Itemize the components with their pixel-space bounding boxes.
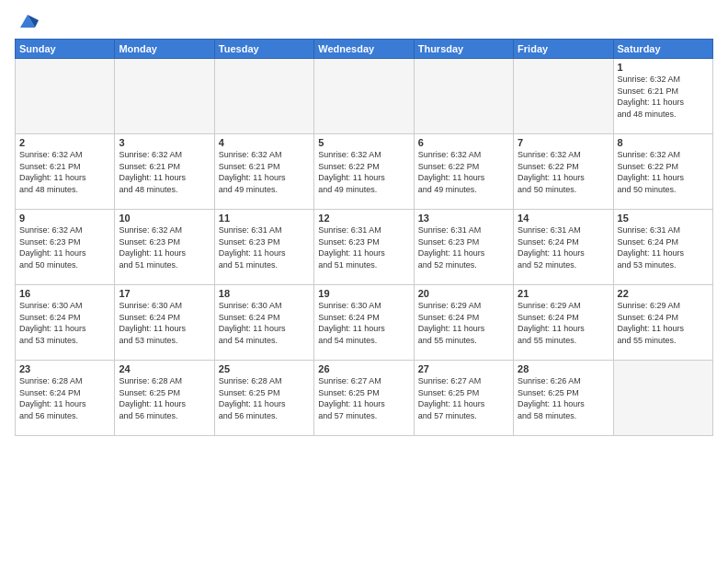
day-number: 6 bbox=[418, 137, 509, 148]
col-header-wednesday: Wednesday bbox=[314, 40, 414, 59]
day-number: 10 bbox=[119, 213, 210, 224]
day-number: 4 bbox=[219, 137, 310, 148]
day-cell: 14Sunrise: 6:31 AM Sunset: 6:24 PM Dayli… bbox=[514, 210, 613, 285]
day-cell: 16Sunrise: 6:30 AM Sunset: 6:24 PM Dayli… bbox=[16, 285, 115, 361]
day-cell: 9Sunrise: 6:32 AM Sunset: 6:23 PM Daylig… bbox=[16, 210, 115, 285]
col-header-thursday: Thursday bbox=[414, 40, 513, 59]
day-number: 24 bbox=[119, 363, 210, 374]
day-info: Sunrise: 6:27 AM Sunset: 6:25 PM Dayligh… bbox=[318, 375, 409, 421]
day-info: Sunrise: 6:29 AM Sunset: 6:24 PM Dayligh… bbox=[518, 300, 609, 346]
day-cell: 18Sunrise: 6:30 AM Sunset: 6:24 PM Dayli… bbox=[214, 285, 313, 361]
day-cell bbox=[414, 59, 513, 134]
day-number: 16 bbox=[19, 288, 110, 299]
day-cell: 10Sunrise: 6:32 AM Sunset: 6:23 PM Dayli… bbox=[115, 210, 214, 285]
day-cell bbox=[514, 59, 613, 134]
day-number: 25 bbox=[219, 363, 310, 374]
day-info: Sunrise: 6:32 AM Sunset: 6:23 PM Dayligh… bbox=[19, 224, 110, 270]
day-cell: 11Sunrise: 6:31 AM Sunset: 6:23 PM Dayli… bbox=[214, 210, 313, 285]
day-cell bbox=[16, 59, 115, 134]
day-cell: 28Sunrise: 6:26 AM Sunset: 6:25 PM Dayli… bbox=[514, 361, 613, 436]
day-info: Sunrise: 6:30 AM Sunset: 6:24 PM Dayligh… bbox=[219, 300, 310, 346]
day-number: 22 bbox=[618, 288, 709, 299]
day-info: Sunrise: 6:26 AM Sunset: 6:25 PM Dayligh… bbox=[518, 375, 609, 421]
day-cell bbox=[115, 59, 214, 134]
day-cell bbox=[613, 361, 712, 436]
day-number: 18 bbox=[219, 288, 310, 299]
day-info: Sunrise: 6:31 AM Sunset: 6:24 PM Dayligh… bbox=[618, 224, 709, 270]
day-cell: 15Sunrise: 6:31 AM Sunset: 6:24 PM Dayli… bbox=[613, 210, 712, 285]
day-cell: 19Sunrise: 6:30 AM Sunset: 6:24 PM Dayli… bbox=[314, 285, 414, 361]
day-cell: 1Sunrise: 6:32 AM Sunset: 6:21 PM Daylig… bbox=[613, 59, 712, 134]
day-cell: 21Sunrise: 6:29 AM Sunset: 6:24 PM Dayli… bbox=[514, 285, 613, 361]
day-info: Sunrise: 6:32 AM Sunset: 6:21 PM Dayligh… bbox=[219, 149, 310, 195]
day-cell: 24Sunrise: 6:28 AM Sunset: 6:25 PM Dayli… bbox=[115, 361, 214, 436]
day-number: 9 bbox=[19, 213, 110, 224]
day-info: Sunrise: 6:31 AM Sunset: 6:24 PM Dayligh… bbox=[518, 224, 609, 270]
week-row-4: 23Sunrise: 6:28 AM Sunset: 6:24 PM Dayli… bbox=[16, 361, 713, 436]
day-cell: 13Sunrise: 6:31 AM Sunset: 6:23 PM Dayli… bbox=[414, 210, 513, 285]
col-header-tuesday: Tuesday bbox=[214, 40, 313, 59]
day-cell: 3Sunrise: 6:32 AM Sunset: 6:21 PM Daylig… bbox=[115, 134, 214, 210]
day-cell: 2Sunrise: 6:32 AM Sunset: 6:21 PM Daylig… bbox=[16, 134, 115, 210]
day-cell: 5Sunrise: 6:32 AM Sunset: 6:22 PM Daylig… bbox=[314, 134, 414, 210]
day-number: 11 bbox=[219, 213, 310, 224]
day-number: 2 bbox=[19, 137, 110, 148]
day-cell: 27Sunrise: 6:27 AM Sunset: 6:25 PM Dayli… bbox=[414, 361, 513, 436]
day-number: 19 bbox=[318, 288, 409, 299]
day-cell bbox=[314, 59, 414, 134]
day-number: 15 bbox=[618, 213, 709, 224]
day-number: 7 bbox=[518, 137, 609, 148]
day-number: 14 bbox=[518, 213, 609, 224]
day-info: Sunrise: 6:32 AM Sunset: 6:23 PM Dayligh… bbox=[119, 224, 210, 270]
week-row-0: 1Sunrise: 6:32 AM Sunset: 6:21 PM Daylig… bbox=[16, 59, 713, 134]
day-cell: 8Sunrise: 6:32 AM Sunset: 6:22 PM Daylig… bbox=[613, 134, 712, 210]
day-number: 23 bbox=[19, 363, 110, 374]
day-info: Sunrise: 6:32 AM Sunset: 6:22 PM Dayligh… bbox=[618, 149, 709, 195]
col-header-saturday: Saturday bbox=[613, 40, 712, 59]
day-cell: 26Sunrise: 6:27 AM Sunset: 6:25 PM Dayli… bbox=[314, 361, 414, 436]
calendar-header-row: SundayMondayTuesdayWednesdayThursdayFrid… bbox=[16, 40, 713, 59]
day-number: 8 bbox=[618, 137, 709, 148]
day-info: Sunrise: 6:27 AM Sunset: 6:25 PM Dayligh… bbox=[418, 375, 509, 421]
day-cell: 25Sunrise: 6:28 AM Sunset: 6:25 PM Dayli… bbox=[214, 361, 313, 436]
day-number: 26 bbox=[318, 363, 409, 374]
day-number: 17 bbox=[119, 288, 210, 299]
day-number: 28 bbox=[518, 363, 609, 374]
day-info: Sunrise: 6:32 AM Sunset: 6:22 PM Dayligh… bbox=[318, 149, 409, 195]
day-number: 12 bbox=[318, 213, 409, 224]
day-cell: 12Sunrise: 6:31 AM Sunset: 6:23 PM Dayli… bbox=[314, 210, 414, 285]
calendar-table: SundayMondayTuesdayWednesdayThursdayFrid… bbox=[15, 39, 713, 436]
day-info: Sunrise: 6:30 AM Sunset: 6:24 PM Dayligh… bbox=[318, 300, 409, 346]
day-cell: 7Sunrise: 6:32 AM Sunset: 6:22 PM Daylig… bbox=[514, 134, 613, 210]
day-number: 21 bbox=[518, 288, 609, 299]
day-cell: 4Sunrise: 6:32 AM Sunset: 6:21 PM Daylig… bbox=[214, 134, 313, 210]
day-info: Sunrise: 6:29 AM Sunset: 6:24 PM Dayligh… bbox=[618, 300, 709, 346]
col-header-sunday: Sunday bbox=[16, 40, 115, 59]
day-number: 5 bbox=[318, 137, 409, 148]
day-info: Sunrise: 6:28 AM Sunset: 6:24 PM Dayligh… bbox=[19, 375, 110, 421]
week-row-2: 9Sunrise: 6:32 AM Sunset: 6:23 PM Daylig… bbox=[16, 210, 713, 285]
day-info: Sunrise: 6:31 AM Sunset: 6:23 PM Dayligh… bbox=[318, 224, 409, 270]
day-info: Sunrise: 6:31 AM Sunset: 6:23 PM Dayligh… bbox=[418, 224, 509, 270]
logo bbox=[15, 11, 39, 33]
logo-icon bbox=[17, 11, 39, 33]
day-number: 3 bbox=[119, 137, 210, 148]
day-info: Sunrise: 6:32 AM Sunset: 6:22 PM Dayligh… bbox=[518, 149, 609, 195]
day-cell: 23Sunrise: 6:28 AM Sunset: 6:24 PM Dayli… bbox=[16, 361, 115, 436]
day-cell: 20Sunrise: 6:29 AM Sunset: 6:24 PM Dayli… bbox=[414, 285, 513, 361]
week-row-3: 16Sunrise: 6:30 AM Sunset: 6:24 PM Dayli… bbox=[16, 285, 713, 361]
day-info: Sunrise: 6:32 AM Sunset: 6:21 PM Dayligh… bbox=[119, 149, 210, 195]
day-info: Sunrise: 6:32 AM Sunset: 6:21 PM Dayligh… bbox=[618, 74, 709, 120]
day-info: Sunrise: 6:28 AM Sunset: 6:25 PM Dayligh… bbox=[119, 375, 210, 421]
day-cell: 22Sunrise: 6:29 AM Sunset: 6:24 PM Dayli… bbox=[613, 285, 712, 361]
day-number: 20 bbox=[418, 288, 509, 299]
day-info: Sunrise: 6:30 AM Sunset: 6:24 PM Dayligh… bbox=[19, 300, 110, 346]
col-header-friday: Friday bbox=[514, 40, 613, 59]
day-info: Sunrise: 6:31 AM Sunset: 6:23 PM Dayligh… bbox=[219, 224, 310, 270]
day-cell: 6Sunrise: 6:32 AM Sunset: 6:22 PM Daylig… bbox=[414, 134, 513, 210]
day-cell: 17Sunrise: 6:30 AM Sunset: 6:24 PM Dayli… bbox=[115, 285, 214, 361]
page: SundayMondayTuesdayWednesdayThursdayFrid… bbox=[0, 0, 728, 563]
col-header-monday: Monday bbox=[115, 40, 214, 59]
day-cell bbox=[214, 59, 313, 134]
day-info: Sunrise: 6:29 AM Sunset: 6:24 PM Dayligh… bbox=[418, 300, 509, 346]
